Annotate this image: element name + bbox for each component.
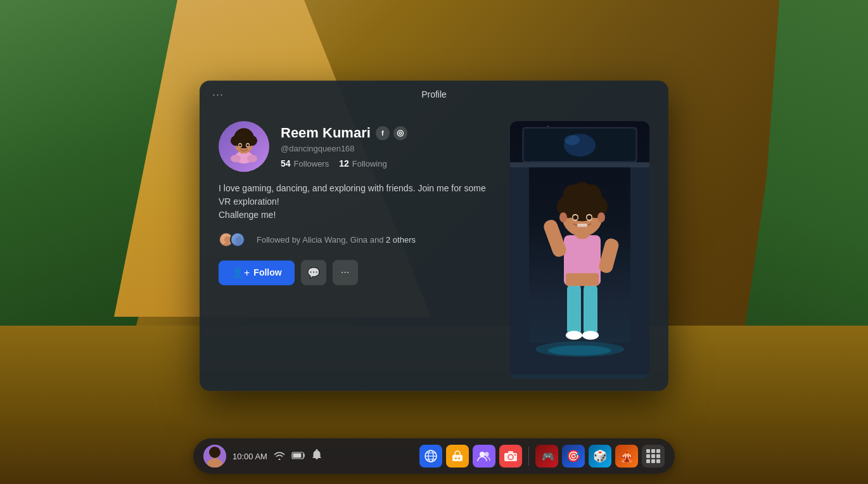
svg-point-67 — [455, 457, 457, 459]
profile-bio: I love gaming, dancing, and exploring wi… — [219, 182, 497, 222]
game4-icon: 🎪 — [620, 449, 634, 463]
svg-point-34 — [548, 345, 611, 355]
avatar-3d-display — [510, 121, 649, 378]
taskbar-left: 10:00 AM — [203, 445, 414, 468]
svg-point-10 — [239, 144, 241, 146]
svg-rect-36 — [584, 283, 597, 336]
action-buttons: 👤+ Follow 💬 ··· — [219, 260, 497, 285]
profile-avatar-container — [219, 121, 269, 172]
app-friends[interactable] — [473, 445, 495, 468]
svg-rect-57 — [577, 224, 587, 227]
window-title: Profile — [421, 89, 447, 99]
globe-icon — [424, 449, 438, 463]
chat-button[interactable]: 💬 — [301, 260, 326, 285]
follower-avatar-2 — [230, 232, 245, 247]
svg-point-55 — [573, 215, 578, 220]
svg-rect-29 — [510, 162, 529, 365]
taskbar-user-avatar[interactable] — [203, 445, 226, 468]
chat-icon: 💬 — [307, 267, 320, 279]
svg-rect-73 — [508, 451, 513, 454]
avatar — [219, 121, 269, 172]
taskbar-right: 🎮 🎯 🎲 🎪 — [419, 445, 665, 468]
space-background — [510, 121, 649, 378]
following-count: 12 — [339, 158, 349, 169]
taskbar-divider — [528, 447, 529, 466]
profile-window: ··· Profile — [200, 80, 668, 391]
svg-point-7 — [244, 131, 253, 140]
followed-by-row: Followed by Alicia Wang, Gina and 2 othe… — [219, 232, 497, 247]
svg-point-70 — [485, 452, 489, 457]
window-header: ··· Profile — [200, 80, 668, 108]
follow-button[interactable]: 👤+ Follow — [219, 260, 295, 285]
shop-icon — [451, 450, 464, 462]
app-game3[interactable]: 🎲 — [589, 445, 611, 468]
followers-label: Followers — [294, 159, 329, 169]
follow-plus-icon: 👤+ — [231, 267, 250, 279]
taskbar-avatar-illustration — [203, 445, 226, 468]
svg-point-11 — [246, 144, 249, 146]
svg-point-56 — [587, 215, 592, 220]
svg-point-38 — [582, 331, 599, 340]
dots-label: ··· — [212, 88, 224, 101]
wifi-icon — [274, 451, 285, 462]
taskbar-time: 10:00 AM — [233, 452, 267, 461]
app-shop[interactable] — [446, 445, 469, 468]
followers-stat: 54 Followers — [281, 158, 329, 169]
svg-point-17 — [234, 243, 244, 247]
svg-point-60 — [209, 447, 220, 458]
battery-icon — [291, 451, 305, 461]
followers-count: 54 — [281, 158, 291, 169]
more-options-button[interactable]: ··· — [333, 260, 358, 285]
profile-name: Reem Kumari — [281, 125, 371, 141]
svg-text:🎮: 🎮 — [542, 450, 554, 462]
bell-icon[interactable] — [312, 449, 322, 463]
svg-point-16 — [236, 236, 242, 243]
svg-rect-31 — [510, 162, 649, 167]
taskbar: 10:00 AM — [193, 438, 675, 474]
social-icons-group: f ◎ — [376, 126, 407, 140]
following-stat: 12 Following — [339, 158, 387, 169]
instagram-icon[interactable]: ◎ — [393, 126, 407, 140]
following-label: Following — [352, 159, 387, 169]
game2-icon: 🎯 — [566, 449, 580, 463]
svg-rect-30 — [630, 162, 649, 365]
profile-details: Reem Kumari f ◎ @dancingqueen168 — [281, 125, 497, 169]
svg-point-13 — [247, 155, 257, 162]
app-camera[interactable] — [499, 445, 522, 468]
svg-point-69 — [480, 452, 485, 457]
app-globe[interactable] — [419, 445, 442, 468]
svg-rect-40 — [566, 273, 599, 286]
svg-point-12 — [231, 155, 241, 162]
profile-info-panel: Reem Kumari f ◎ @dancingqueen168 — [219, 121, 497, 378]
svg-rect-35 — [567, 283, 581, 336]
svg-point-20 — [547, 125, 549, 127]
profile-stats: 54 Followers 12 Following — [281, 158, 497, 169]
window-menu-dots[interactable]: ··· — [212, 88, 224, 101]
svg-point-28 — [565, 135, 580, 145]
svg-rect-66 — [452, 455, 463, 461]
follower-avatars — [219, 232, 245, 247]
svg-point-68 — [458, 457, 460, 459]
camera-icon — [504, 450, 518, 462]
blast-icon: 🎮 — [540, 449, 554, 463]
app-game4[interactable]: 🎪 — [615, 445, 638, 468]
avatar-illustration — [222, 124, 266, 169]
svg-point-50 — [573, 182, 591, 200]
app-blast[interactable]: 🎮 — [535, 445, 558, 468]
svg-rect-63 — [293, 454, 301, 458]
apps-grid-button[interactable] — [642, 445, 665, 468]
grid-icon — [646, 449, 660, 463]
followed-by-others: 2 others — [386, 235, 416, 245]
app-game2[interactable]: 🎯 — [562, 445, 585, 468]
profile-name-row: Reem Kumari f ◎ — [281, 125, 497, 141]
window-content: Reem Kumari f ◎ @dancingqueen168 — [200, 108, 668, 391]
game3-icon: 🎲 — [593, 449, 607, 463]
follow-label: Follow — [253, 267, 281, 277]
more-dots-icon: ··· — [341, 267, 349, 278]
friends-icon — [477, 450, 491, 462]
svg-point-51 — [559, 212, 567, 222]
svg-point-37 — [566, 331, 582, 340]
facebook-icon[interactable]: f — [376, 126, 390, 140]
svg-point-74 — [514, 454, 516, 455]
svg-point-52 — [597, 212, 605, 222]
